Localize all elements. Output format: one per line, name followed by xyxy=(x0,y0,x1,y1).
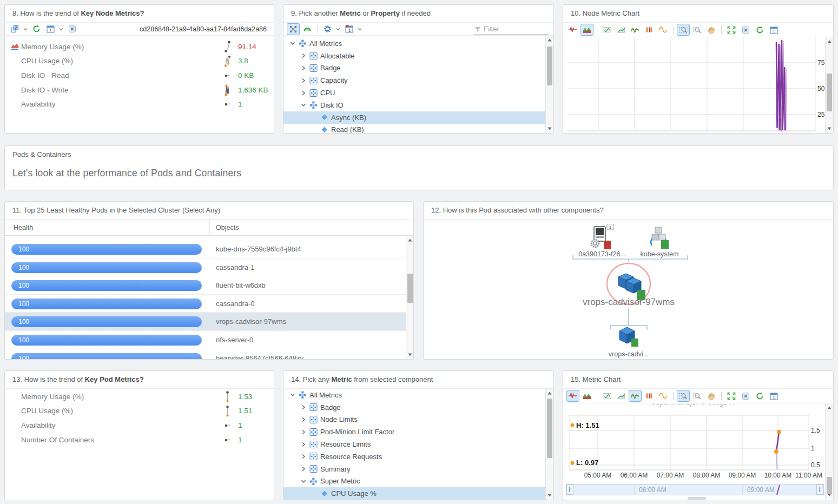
scroll-up-icon[interactable] xyxy=(826,38,833,45)
chevron-right-icon[interactable] xyxy=(300,77,307,84)
refresh-icon[interactable] xyxy=(30,23,43,35)
tree-item-resource-limits[interactable]: Resource Limits xyxy=(283,438,553,450)
scroll-down-icon[interactable] xyxy=(826,125,833,132)
tree-item-async-kb[interactable]: Async (KB) xyxy=(283,111,553,124)
scroll-up-icon[interactable] xyxy=(546,389,553,397)
scroll-up-icon[interactable] xyxy=(826,404,833,412)
scrollbar[interactable] xyxy=(545,36,553,133)
tree-item-disk-io[interactable]: Disk IO xyxy=(283,99,553,111)
waveform-icon[interactable] xyxy=(566,390,579,402)
rainbow-icon[interactable] xyxy=(301,23,314,35)
chevron-right-icon[interactable] xyxy=(300,403,307,411)
tree-item-read-kb[interactable]: Read (KB) xyxy=(283,124,553,134)
tree-item-allocatable[interactable]: Allocatable xyxy=(283,50,553,62)
sine-icon[interactable] xyxy=(657,24,670,36)
calendar-icon[interactable]: 1 xyxy=(767,24,780,36)
tree-item-all-metrics[interactable]: All Metrics xyxy=(283,389,553,401)
chevron-down-icon[interactable] xyxy=(57,24,65,35)
scroll-thumb[interactable] xyxy=(547,47,552,85)
resize-grip[interactable] xyxy=(688,497,706,500)
scrollbar[interactable] xyxy=(825,403,833,499)
node-namespace[interactable] xyxy=(646,225,671,252)
table-row-cassandra-1[interactable]: 100cassandra-1 xyxy=(5,258,406,277)
table-row-cassandra-0[interactable]: 100cassandra-0 xyxy=(5,295,406,313)
range-selector[interactable]: 06:00 AM09:00 AM xyxy=(566,484,824,495)
chevron-right-icon[interactable] xyxy=(300,428,307,436)
chevron-down-icon[interactable] xyxy=(334,24,342,35)
scroll-down-icon[interactable] xyxy=(546,492,553,499)
pan-hand-icon[interactable] xyxy=(705,24,718,36)
gear-icon[interactable] xyxy=(321,23,334,35)
tree-item-capacity[interactable]: Capacity xyxy=(283,74,553,87)
chevron-right-icon[interactable] xyxy=(300,89,307,97)
tree-item-badge[interactable]: Badge xyxy=(283,401,553,414)
scroll-up-icon[interactable] xyxy=(406,236,414,244)
chevron-right-icon[interactable] xyxy=(300,453,307,460)
zoom-dotted-icon[interactable] xyxy=(691,24,704,36)
line-skew-icon[interactable] xyxy=(615,24,628,36)
bars-orange-icon[interactable] xyxy=(643,390,656,402)
close-box-icon[interactable] xyxy=(739,24,752,36)
scrollbar[interactable] xyxy=(545,389,553,500)
line-skew-icon[interactable] xyxy=(615,390,628,402)
select-nodes-icon[interactable] xyxy=(287,23,300,35)
refresh-icon[interactable] xyxy=(753,24,766,36)
scroll-thumb[interactable] xyxy=(827,477,832,494)
table-row-heapster-85647cf566-648zv[interactable]: 100heapster-85647cf566-648zv xyxy=(5,349,406,359)
area-chart-icon[interactable] xyxy=(580,24,593,36)
close-box-icon[interactable] xyxy=(739,390,752,402)
scroll-thumb[interactable] xyxy=(827,74,832,111)
range-handle-left[interactable] xyxy=(566,485,573,495)
table-row-vrops-cadvisor-97wms[interactable]: 100vrops-cadvisor-97wms xyxy=(5,313,406,331)
table-row-nfs-server-0[interactable]: 100nfs-server-0 xyxy=(5,331,406,349)
zoom-dotted-icon[interactable] xyxy=(691,390,704,402)
chevron-down-icon[interactable] xyxy=(22,24,29,35)
range-handle-right[interactable] xyxy=(816,485,823,495)
chevron-right-icon[interactable] xyxy=(300,441,307,448)
tree-item-badge[interactable]: Badge xyxy=(283,62,553,75)
refresh-icon[interactable] xyxy=(753,390,766,402)
chevron-down-icon[interactable] xyxy=(289,39,296,47)
scroll-down-icon[interactable] xyxy=(546,125,553,132)
line-check-icon[interactable] xyxy=(601,390,613,402)
chevron-right-icon[interactable] xyxy=(300,416,307,423)
calendar-icon[interactable]: 1 xyxy=(767,390,780,402)
sine-icon[interactable] xyxy=(657,390,670,402)
tree-item-all-metrics[interactable]: All Metrics xyxy=(283,37,553,50)
tree-item-cpu-usage[interactable]: CPU Usage % xyxy=(283,487,553,500)
tree-item-node-limits[interactable]: Node Limits xyxy=(283,414,553,426)
scrollbar[interactable] xyxy=(406,236,414,359)
scroll-up-icon[interactable] xyxy=(546,36,553,44)
tree-item-super-metric[interactable]: Super Metric xyxy=(283,475,553,488)
node-replica-set[interactable]: 1 xyxy=(589,224,614,252)
line-pulse-icon[interactable] xyxy=(629,24,642,36)
line-check-icon[interactable] xyxy=(601,24,613,36)
tree-item-resource-requests[interactable]: Resource Requests xyxy=(283,450,553,463)
expand-icon[interactable] xyxy=(725,390,738,402)
waveform-icon[interactable] xyxy=(566,24,579,36)
expand-icon[interactable] xyxy=(725,24,738,36)
bars-orange-icon[interactable] xyxy=(643,24,656,36)
scroll-thumb[interactable] xyxy=(407,274,413,303)
export-window-icon[interactable] xyxy=(8,23,21,35)
zoom-box-icon[interactable] xyxy=(677,24,690,36)
chevron-down-icon[interactable] xyxy=(300,478,307,485)
calendar-icon[interactable]: 1 xyxy=(44,23,57,35)
tree-item-summary[interactable]: Summary xyxy=(283,463,553,475)
table-row-fluent-bit-w6dxb[interactable]: 100fluent-bit-w6dxb xyxy=(5,276,406,295)
chevron-right-icon[interactable] xyxy=(300,52,307,59)
area-chart-icon[interactable] xyxy=(580,390,593,402)
chevron-right-icon[interactable] xyxy=(300,64,307,72)
chevron-right-icon[interactable] xyxy=(300,465,307,473)
calendar-flag-icon[interactable]: 1 xyxy=(342,23,355,35)
filter-input[interactable] xyxy=(474,24,549,35)
scrollbar[interactable] xyxy=(825,37,833,133)
chevron-down-icon[interactable] xyxy=(300,101,307,109)
scroll-thumb[interactable] xyxy=(547,399,552,458)
close-box-icon[interactable] xyxy=(65,23,78,35)
line-pulse-icon[interactable] xyxy=(629,390,642,402)
zoom-box-icon[interactable] xyxy=(677,390,690,402)
node-container[interactable] xyxy=(617,324,640,348)
table-row-kube-dns-7559c96fc4-j9bt4[interactable]: 100kube-dns-7559c96fc4-j9bt4 xyxy=(5,240,406,258)
chevron-down-icon[interactable] xyxy=(356,24,364,35)
